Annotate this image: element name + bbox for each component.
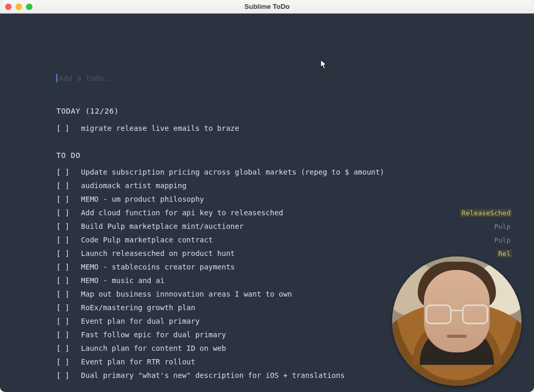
todo-text: Add cloud function for api key to releas… [81,209,283,216]
window-title: Sublime ToDo [245,3,289,10]
todo-row[interactable]: [ ]MEMO - um product philosophy [56,195,518,203]
lens-right [462,304,488,324]
todo-row[interactable]: [ ]Update subscription pricing across gl… [56,168,518,176]
checkbox-icon[interactable]: [ ] [56,168,69,176]
todo-text: Dual primary "what's new" description fo… [81,372,345,379]
glasses-icon [426,304,488,324]
todo-text: Fast follow epic for dual primary [81,331,226,338]
todo-text: MEMO - stablecoins creator payments [81,263,235,271]
todo-tag[interactable]: Rel [497,250,512,258]
checkbox-icon[interactable]: [ ] [56,358,69,365]
todo-tag[interactable]: ReleaseSched [460,209,512,217]
checkbox-icon[interactable]: [ ] [56,209,69,216]
checkbox-icon[interactable]: [ ] [56,277,69,284]
maximize-icon[interactable] [26,4,32,10]
checkbox-icon[interactable]: [ ] [56,263,69,271]
glasses-bridge [452,310,462,311]
todo-row[interactable]: [ ]Code Pulp marketplace contractPulp [56,236,518,243]
text-caret-icon [56,74,57,82]
checkbox-icon[interactable]: [ ] [56,195,69,203]
app-window: Sublime ToDo Add a todo... TODAY (12/26)… [0,0,534,392]
titlebar[interactable]: Sublime ToDo [0,0,534,14]
checkbox-icon[interactable]: [ ] [56,290,69,298]
todo-text: Launch releasesched on product hunt [81,250,235,257]
todo-text: Code Pulp marketplace contract [81,236,213,243]
traffic-lights [5,4,32,10]
todo-row[interactable]: [ ]Build Pulp marketplace mint/auctioner… [56,223,518,230]
mouse-cursor-icon [320,59,327,70]
todo-row[interactable]: [ ]migrate release live emails to braze [56,125,518,132]
todo-text: Map out business innnovation areas I wan… [81,290,292,298]
todo-text: Launch plan for content ID on web [81,345,226,352]
minimize-icon[interactable] [16,4,22,10]
todo-text: Build Pulp marketplace mint/auctioner [81,223,244,230]
checkbox-icon[interactable]: [ ] [56,125,69,132]
todo-text: MEMO - music and ai [81,277,164,284]
section-heading-today: TODAY (12/26) [56,107,518,115]
lens-left [426,304,452,324]
todo-tag[interactable]: Pulp [493,236,512,244]
checkbox-icon[interactable]: [ ] [56,331,69,338]
todo-text: audiomack artist mapping [81,182,186,189]
add-todo-input[interactable]: Add a todo... [56,74,518,82]
today-list: [ ]migrate release live emails to braze [56,125,518,132]
todo-row[interactable]: [ ]Add cloud function for api key to rel… [56,209,518,216]
todo-tag[interactable]: Pulp [493,223,512,230]
close-icon[interactable] [5,4,11,10]
avatar-mouth [447,335,467,338]
todo-text: Event plan for RTR rollout [81,358,195,365]
todo-text: MEMO - um product philosophy [81,195,204,203]
todo-text: Event plan for dual primary [81,317,200,325]
checkbox-icon[interactable]: [ ] [56,317,69,325]
todo-text: Update subscription pricing across globa… [81,168,384,176]
checkbox-icon[interactable]: [ ] [56,182,69,189]
checkbox-icon[interactable]: [ ] [56,304,69,311]
webcam-overlay[interactable] [392,256,521,386]
checkbox-icon[interactable]: [ ] [56,345,69,352]
section-heading-todo: TO DO [56,152,518,160]
editor-pane[interactable]: Add a todo... TODAY (12/26) [ ]migrate r… [0,14,534,392]
todo-text: RoEx/mastering growth plan [81,304,195,311]
todo-text: migrate release live emails to braze [81,125,239,132]
todo-row[interactable]: [ ]audiomack artist mapping [56,182,518,189]
add-todo-placeholder: Add a todo... [59,75,117,82]
checkbox-icon[interactable]: [ ] [56,250,69,257]
checkbox-icon[interactable]: [ ] [56,223,69,230]
todo-row[interactable]: [ ]Launch releasesched on product huntRe… [56,250,518,257]
checkbox-icon[interactable]: [ ] [56,236,69,243]
checkbox-icon[interactable]: [ ] [56,372,69,379]
